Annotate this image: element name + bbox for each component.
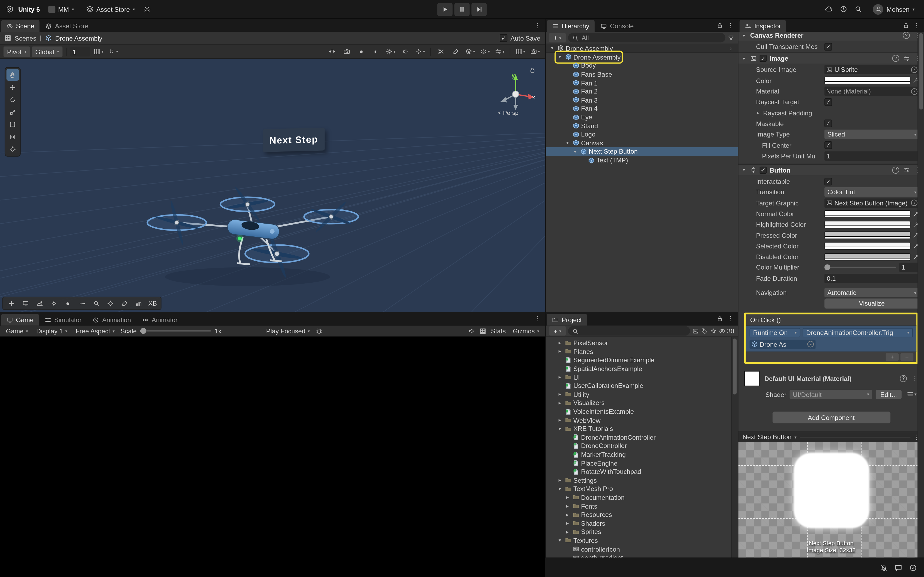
asset-store-dropdown[interactable]: Asset Store ▾ — [82, 2, 139, 16]
create-asset-button[interactable]: +▾ — [549, 326, 566, 335]
event-function-dropdown[interactable]: DroneAnimationController.Trig▾ — [803, 328, 913, 337]
scale-slider-knob[interactable] — [141, 328, 146, 334]
project-row[interactable]: ► # Resources — [546, 511, 738, 519]
projection-mode-label[interactable]: < Persp — [498, 110, 519, 116]
create-object-button[interactable]: +▾ — [549, 33, 566, 42]
shader-edit-button[interactable]: Edit... — [876, 390, 901, 399]
fold-open-icon[interactable]: ▼ — [742, 56, 747, 60]
paint-overlay-button[interactable] — [118, 298, 131, 308]
stats-grid-icon[interactable] — [480, 328, 486, 334]
pressed-color-field[interactable] — [825, 231, 911, 239]
hierarchy-row[interactable]: ▼ Drone Assembly › — [546, 44, 738, 53]
project-row[interactable]: # DroneAnimationController — [546, 433, 738, 442]
hierarchy-row[interactable]: Fans Base — [546, 70, 738, 79]
project-row[interactable]: # VoiceIntentsExample — [546, 408, 738, 416]
account-dropdown[interactable]: Mohsen ▾ — [869, 2, 918, 16]
remove-event-button[interactable]: − — [900, 353, 913, 361]
shader-dropdown[interactable]: UI/Default▾ — [790, 390, 872, 399]
hierarchy-row[interactable]: ▼ Drone Assembly — [546, 53, 738, 61]
console-message-icon[interactable] — [895, 564, 902, 571]
tab-inspector[interactable]: Inspector — [740, 20, 786, 32]
shader-menu-dropdown[interactable]: ▾ — [905, 389, 918, 400]
tab-game[interactable]: Game — [1, 314, 39, 326]
lock-icon[interactable] — [717, 22, 723, 29]
project-row[interactable]: ► # Utility — [546, 390, 738, 398]
search-overlay-button[interactable] — [90, 298, 102, 308]
object-picker-icon[interactable] — [808, 341, 814, 347]
fold-open-icon[interactable]: ▼ — [742, 34, 747, 37]
fold-arrow-icon[interactable]: ▼ — [557, 538, 563, 543]
global-dropdown[interactable]: Global ▾ — [32, 46, 63, 57]
move-tool-button[interactable] — [6, 81, 19, 93]
highlighted-color-field[interactable] — [825, 221, 911, 228]
help-icon[interactable]: ? — [903, 32, 910, 39]
preview-target-dropdown[interactable]: Next Step Button — [743, 433, 792, 440]
preview-splitter[interactable] — [800, 437, 910, 437]
presets-icon[interactable] — [903, 167, 910, 173]
cull-transparent-checkbox[interactable]: ✓ — [825, 43, 832, 50]
fade-duration-field[interactable]: 0.1 — [825, 274, 919, 283]
scale-slider[interactable] — [141, 330, 211, 331]
workspace-dropdown[interactable]: MM ▾ — [45, 2, 78, 16]
search-by-type-icon[interactable] — [692, 328, 699, 334]
project-row[interactable]: # RotateWithTouchpad — [546, 467, 738, 476]
tab-asset-store[interactable]: Asset Store — [40, 20, 94, 32]
project-row[interactable]: ► # Settings — [546, 476, 738, 485]
project-row[interactable]: # UserCalibrationExample — [546, 382, 738, 390]
inspector-menu-icon[interactable]: ⋮ — [913, 21, 920, 29]
debug-bug-icon[interactable] — [316, 328, 322, 334]
project-row[interactable]: # PlaceEngine — [546, 459, 738, 467]
project-row[interactable]: ► # Fonts — [546, 502, 738, 510]
inspector-scrollbar[interactable] — [918, 32, 924, 558]
disabled-color-field[interactable] — [825, 253, 911, 261]
fold-arrow-icon[interactable]: ► — [557, 341, 563, 345]
visualize-button[interactable]: Visualize — [825, 298, 919, 308]
scene-camera-dropdown[interactable]: ▾ — [528, 46, 541, 57]
scene-next-step-button[interactable]: Next Step — [263, 127, 325, 152]
project-row[interactable]: # MarkerTracking — [546, 450, 738, 459]
tab-project[interactable]: Project — [547, 314, 587, 326]
terrain-overlay-button[interactable] — [33, 298, 46, 308]
hierarchy-row[interactable]: Logo — [546, 130, 738, 139]
ppu-field[interactable]: 1 — [825, 151, 919, 161]
grid-snap-dropdown[interactable]: ▾ — [92, 46, 105, 57]
project-row[interactable]: ▼ # XRE Tutorials — [546, 424, 738, 433]
project-scrollbar[interactable] — [731, 337, 738, 558]
pause-button[interactable] — [454, 3, 470, 16]
add-component-button[interactable]: Add Component — [772, 411, 890, 423]
project-row[interactable]: ► # UI — [546, 373, 738, 382]
tab-hierarchy[interactable]: Hierarchy — [547, 20, 594, 32]
fold-closed-icon[interactable]: ► — [756, 111, 761, 115]
help-icon[interactable]: ? — [892, 167, 899, 174]
dots-overlay-button[interactable] — [75, 298, 88, 308]
project-row[interactable]: ▼ # TextMesh Pro — [546, 485, 738, 493]
fold-arrow-icon[interactable]: ► — [565, 504, 570, 508]
scale-tool-button[interactable] — [6, 106, 19, 118]
shape-overlay-button[interactable]: ● — [61, 298, 74, 308]
hierarchy-row[interactable]: Fan 2 — [546, 87, 738, 96]
search-icon[interactable] — [855, 5, 863, 13]
rect-tool-button[interactable] — [6, 118, 19, 130]
game-view[interactable] — [0, 337, 545, 577]
shaded-mode-toggle[interactable]: ● — [355, 46, 368, 57]
status-ok-icon[interactable] — [909, 564, 917, 571]
hierarchy-row[interactable]: Fan 3 — [546, 96, 738, 104]
project-row[interactable]: # controllerIcon — [546, 545, 738, 553]
component-enabled-checkbox[interactable]: ✓ — [759, 55, 767, 62]
hierarchy-row[interactable]: Fan 1 — [546, 79, 738, 87]
auto-save-checkbox[interactable]: ✓ — [500, 34, 508, 42]
material-section-header[interactable]: Default UI Material (Material) ? ⋮ — [738, 366, 924, 388]
interactable-checkbox[interactable]: ✓ — [825, 177, 832, 185]
hierarchy-row[interactable]: Text (TMP) — [546, 156, 738, 164]
event-target-object-field[interactable]: Drone As — [750, 340, 816, 349]
color-field[interactable] — [825, 77, 911, 84]
shading-half-toggle[interactable]: ◐ — [370, 46, 382, 57]
fold-arrow-icon[interactable]: ▼ — [557, 487, 563, 491]
component-enabled-checkbox[interactable]: ✓ — [759, 167, 767, 174]
project-menu-icon[interactable]: ⋮ — [727, 315, 733, 323]
xb-overlay-button[interactable]: XB — [146, 298, 159, 308]
object-picker-icon[interactable] — [911, 200, 918, 206]
fold-arrow-icon[interactable]: ▼ — [557, 55, 563, 59]
presets-icon[interactable] — [903, 55, 910, 62]
visibility-dropdown[interactable]: ▾ — [478, 46, 491, 57]
